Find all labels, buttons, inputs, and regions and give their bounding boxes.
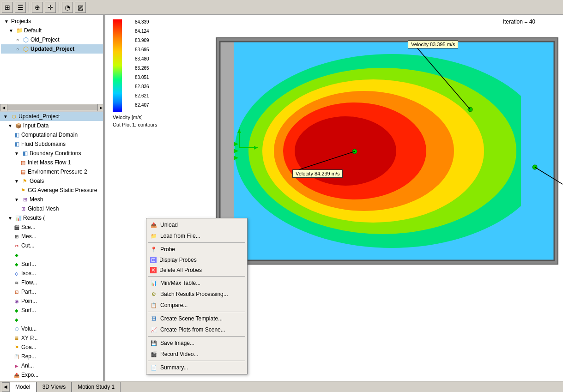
tree-top-panel: ▼ Projects ▼ 📁 Default ○ ⬡ Old_Project ○…	[0, 15, 105, 112]
expand-default-icon: ▼	[7, 27, 15, 34]
vol-label: Volu...	[21, 326, 36, 332]
menu-sep-3	[148, 312, 245, 312]
goals-icon: ⚑	[21, 177, 29, 185]
photo-button[interactable]: ▨	[75, 2, 86, 13]
tree-mesh2[interactable]: ⊞ Mes...	[0, 232, 105, 241]
expand-up-icon: ▼	[2, 113, 9, 120]
menu-compare[interactable]: 📋 Compare...	[146, 300, 247, 311]
create-plots-label: Create Plots from Scene...	[160, 326, 225, 333]
tab-motion-study[interactable]: Motion Study 1	[72, 382, 121, 392]
target-button[interactable]: ⊕	[32, 2, 43, 13]
xyp-icon: ≣	[13, 334, 20, 342]
cfd-svg	[198, 33, 563, 278]
menu-minmax-table[interactable]: 📊 Min/Max Table...	[146, 277, 247, 289]
delete-probes-label: Delete All Probes	[159, 267, 202, 273]
results-icon: 📊	[15, 214, 22, 222]
env-icon: ▤	[19, 168, 27, 175]
tree-updated-project[interactable]: ○ ⬡ Updated_Project	[1, 44, 104, 54]
tab-model[interactable]: Model	[9, 382, 36, 392]
tree-default[interactable]: ▼ 📁 Default	[1, 26, 104, 35]
list-button[interactable]: ☰	[15, 2, 26, 13]
tree-probe-item[interactable]: ◆	[0, 250, 105, 259]
menu-load-from-file[interactable]: 📁 Load from File...	[146, 230, 247, 241]
menu-unload[interactable]: 📤 Unload	[146, 219, 247, 230]
crosshair-button[interactable]: ✛	[45, 2, 56, 13]
create-plots-icon: 📈	[150, 326, 157, 333]
tree-results[interactable]: ▼ 📊 Results (	[0, 213, 105, 223]
menu-probe[interactable]: 📍 Probe	[146, 244, 247, 255]
scroll-left-arrow[interactable]: ◀	[0, 104, 7, 111]
tree-input-data[interactable]: ▼ 📦 Input Data	[0, 121, 105, 130]
menu-display-probes[interactable]: ⊡ Display Probes	[146, 255, 247, 265]
probe-item-label	[21, 252, 23, 258]
probe-icon: 📍	[150, 246, 157, 253]
tree-surf2[interactable]: ◆ Surf...	[0, 306, 105, 315]
tree-boundary-conditions[interactable]: ▼ ◧ Boundary Conditions	[0, 149, 105, 158]
legend-val-0: 84.339	[135, 19, 149, 24]
tree-expo[interactable]: 📤 Expo...	[0, 370, 105, 380]
folder-icon: 📁	[16, 27, 23, 34]
tree-comp-domain[interactable]: ◧ Computational Domain	[0, 130, 105, 139]
tree-part[interactable]: ⊡ Part...	[0, 287, 105, 296]
tree-cut[interactable]: ✂ Cut...	[0, 241, 105, 250]
legend-val-8: 82.621	[135, 93, 149, 98]
tree-mesh[interactable]: ▼ ⊞ Mesh	[0, 195, 105, 204]
menu-record-video[interactable]: 🎬 Record Video...	[146, 349, 247, 360]
main-layout: ▼ Projects ▼ 📁 Default ○ ⬡ Old_Project ○…	[0, 15, 563, 381]
grid-button[interactable]: ⊞	[2, 2, 13, 13]
results-label: Results (	[23, 215, 45, 221]
tree-flow[interactable]: ≋ Flow...	[0, 278, 105, 287]
horizontal-scrollbar[interactable]: ◀ ▶	[0, 104, 105, 111]
tree-gg-avg[interactable]: ⚑ GG Average Static Pressure	[0, 186, 105, 195]
tree-iso[interactable]: ◇ Isos...	[0, 269, 105, 278]
load-from-file-label: Load from File...	[160, 233, 200, 239]
compare-label: Compare...	[160, 302, 188, 308]
input-data-label: Input Data	[23, 122, 48, 129]
menu-delete-all-probes[interactable]: ✕ Delete All Probes	[146, 265, 247, 275]
tree-ani[interactable]: ▶ Ani...	[0, 361, 105, 370]
updated-project-icon: ⬡	[22, 45, 30, 53]
item2-icon: ◆	[13, 316, 20, 323]
tree-projects-root[interactable]: ▼ Projects	[1, 17, 104, 26]
gg-label: GG Average Static Pressure	[28, 187, 97, 193]
tree-rep[interactable]: 📋 Rep...	[0, 352, 105, 361]
content-area: Iteration = 40 84.339 84.124 83.909 83.6…	[105, 15, 563, 381]
resize-handle[interactable]	[103, 15, 105, 381]
mesh-label: Mesh	[30, 196, 43, 203]
legend-val-9: 82.407	[135, 103, 149, 108]
surf-label: Surf...	[21, 261, 36, 267]
tree-vol[interactable]: ⬡ Volu...	[0, 324, 105, 333]
menu-summary[interactable]: 📄 Summary...	[146, 362, 247, 373]
tree-inlet[interactable]: ▤ Inlet Mass Flow 1	[0, 158, 105, 167]
item2-label	[21, 316, 23, 323]
tree-global-mesh[interactable]: ⊞ Global Mesh	[0, 204, 105, 213]
tree-goa[interactable]: ⚑ Goa...	[0, 343, 105, 352]
menu-create-plots[interactable]: 📈 Create Plots from Scene...	[146, 324, 247, 335]
record-video-label: Record Video...	[160, 351, 199, 357]
tree-old-project[interactable]: ○ ⬡ Old_Project	[1, 35, 104, 44]
status-left-arrow[interactable]: ◀	[2, 382, 9, 392]
tab-3dviews[interactable]: 3D Views	[36, 382, 72, 392]
tree-goals[interactable]: ▼ ⚑ Goals	[0, 176, 105, 186]
goals-label: Goals	[30, 178, 44, 184]
tree-item2[interactable]: ◆	[0, 315, 105, 324]
menu-save-image[interactable]: 💾 Save Image...	[146, 338, 247, 349]
tree-point[interactable]: ◉ Poin...	[0, 296, 105, 306]
pie-button[interactable]: ◔	[62, 2, 73, 13]
tree-env-pressure[interactable]: ▤ Environment Pressure 2	[0, 167, 105, 176]
vol-icon: ⬡	[13, 325, 20, 332]
tree-surf[interactable]: ◆ Surf...	[0, 259, 105, 269]
menu-batch-results[interactable]: ⚙ Batch Results Processing...	[146, 289, 247, 300]
batch-icon: ⚙	[150, 290, 157, 298]
tree-scene[interactable]: 🎬 Sce...	[0, 223, 105, 232]
legend-val-1: 84.124	[135, 29, 149, 34]
fluid-label: Fluid Subdomains	[21, 141, 66, 147]
tree-fluid-subdomains[interactable]: ◧ Fluid Subdomains	[0, 139, 105, 149]
point-icon: ◉	[13, 297, 20, 305]
menu-sep-1	[148, 242, 245, 243]
tree-updated-project-node[interactable]: ▼ ⬡ Updated_Project	[0, 112, 105, 121]
display-probes-icon: ⊡	[150, 257, 157, 263]
menu-create-scene-template[interactable]: 🖼 Create Scene Template...	[146, 313, 247, 324]
scroll-track[interactable]	[7, 105, 97, 110]
tree-xyp[interactable]: ≣ XY P...	[0, 333, 105, 343]
